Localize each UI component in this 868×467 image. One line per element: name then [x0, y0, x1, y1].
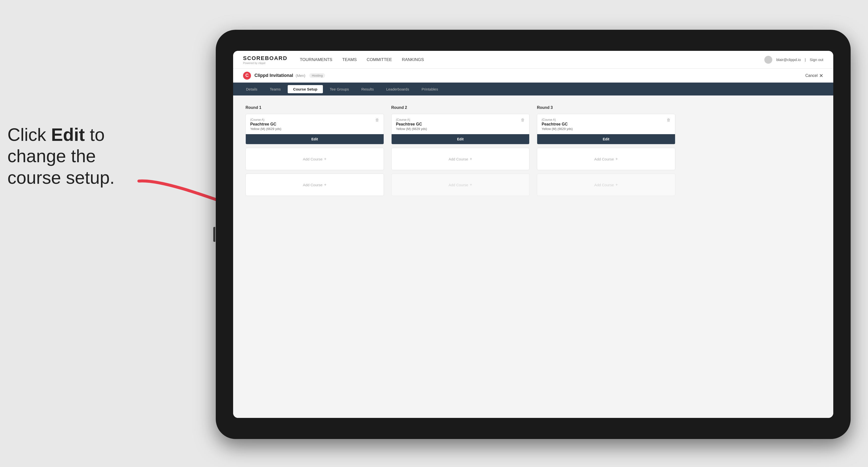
round-1-course-label: (Course A): [250, 118, 379, 122]
tournament-name: Clippd Invitational: [254, 73, 293, 78]
plus-icon-r3-2: +: [615, 182, 618, 187]
plus-icon-r1-2: +: [324, 182, 327, 187]
round-1-course-name: Peachtree GC: [250, 122, 379, 126]
top-nav: SCOREBOARD Powered by clippd TOURNAMENTS…: [233, 51, 833, 69]
round-3-delete-icon[interactable]: 🗑: [665, 117, 672, 123]
round-1-add-course-1[interactable]: Add Course +: [246, 148, 384, 170]
add-course-label-r2-2: Add Course: [448, 183, 468, 187]
round-1-edit-button[interactable]: Edit: [246, 134, 384, 144]
add-course-label-r2-1: Add Course: [448, 157, 468, 161]
plus-icon-r3-1: +: [615, 156, 618, 161]
sign-out-link[interactable]: Sign out: [810, 58, 824, 62]
rounds-container: Round 1 🗑 (Course A) Peachtree GC Yellow…: [246, 105, 821, 199]
tablet-side-button: [213, 227, 215, 242]
round-3-column: Round 3 🗑 (Course A) Peachtree GC Yellow…: [537, 105, 675, 199]
round-3-course-label: (Course A): [541, 118, 671, 122]
logo-title: SCOREBOARD: [243, 55, 287, 62]
round-1-delete-icon[interactable]: 🗑: [374, 117, 380, 123]
nav-teams[interactable]: TEAMS: [342, 56, 357, 63]
round-1-course-details: Yellow (M) (6629 yds): [250, 127, 379, 131]
round-2-course-label: (Course A): [396, 118, 525, 122]
nav-committee[interactable]: COMMITTEE: [367, 56, 392, 63]
tab-details[interactable]: Details: [241, 85, 263, 93]
round-2-course-details: Yellow (M) (6629 yds): [396, 127, 525, 131]
user-avatar: [764, 56, 772, 64]
round-3-add-course-1[interactable]: Add Course +: [537, 148, 675, 170]
nav-separator: |: [805, 58, 806, 62]
round-1-column: Round 1 🗑 (Course A) Peachtree GC Yellow…: [246, 105, 384, 199]
add-course-label-r3-1: Add Course: [594, 157, 614, 161]
tab-tee-groups[interactable]: Tee Groups: [324, 85, 354, 93]
round-1-add-course-2[interactable]: Add Course +: [246, 174, 384, 196]
instruction-prefix: Click: [7, 125, 51, 145]
tournament-logo-letter: C: [246, 73, 249, 78]
round-3-add-course-2: Add Course +: [537, 174, 675, 196]
nav-links: TOURNAMENTS TEAMS COMMITTEE RANKINGS: [300, 56, 765, 63]
round-1-title: Round 1: [246, 105, 384, 110]
tournament-bar: C Clippd Invitational (Men) Hosting Canc…: [233, 69, 833, 83]
round-2-column: Round 2 🗑 (Course A) Peachtree GC Yellow…: [391, 105, 530, 199]
nav-tournaments[interactable]: TOURNAMENTS: [300, 56, 332, 63]
plus-icon-r2-1: +: [470, 156, 472, 161]
round-3-title: Round 3: [537, 105, 675, 110]
round-3-course-name: Peachtree GC: [541, 122, 671, 126]
tab-teams[interactable]: Teams: [265, 85, 286, 93]
round-1-course-card: 🗑 (Course A) Peachtree GC Yellow (M) (66…: [246, 114, 384, 144]
round-2-add-course-2: Add Course +: [391, 174, 530, 196]
nav-user: blair@clippd.io | Sign out: [764, 56, 824, 64]
tab-course-setup[interactable]: Course Setup: [288, 85, 323, 93]
scoreboard-logo: SCOREBOARD Powered by clippd: [243, 55, 287, 64]
tournament-type: (Men): [296, 73, 305, 77]
cancel-button[interactable]: Cancel ✕: [805, 73, 824, 79]
cancel-label: Cancel: [805, 73, 818, 78]
tabs-bar: Details Teams Course Setup Tee Groups Re…: [233, 83, 833, 95]
plus-icon-r2-2: +: [470, 182, 472, 187]
tournament-logo: C: [243, 72, 251, 80]
tab-leaderboards[interactable]: Leaderboards: [381, 85, 415, 93]
instruction-bold: Edit: [51, 125, 85, 145]
plus-icon-r1-1: +: [324, 156, 327, 161]
round-3-course-details: Yellow (M) (6629 yds): [541, 127, 671, 131]
add-course-label-r1-2: Add Course: [303, 183, 322, 187]
round-2-edit-button[interactable]: Edit: [392, 134, 529, 144]
hosting-badge: Hosting: [309, 73, 325, 78]
close-icon: ✕: [819, 73, 824, 79]
round-2-course-card: 🗑 (Course A) Peachtree GC Yellow (M) (66…: [391, 114, 530, 144]
add-course-label-r3-2: Add Course: [594, 183, 614, 187]
round-2-title: Round 2: [391, 105, 530, 110]
round-2-add-course-1[interactable]: Add Course +: [391, 148, 530, 170]
tab-printables[interactable]: Printables: [416, 85, 444, 93]
round-3-edit-button[interactable]: Edit: [537, 134, 675, 144]
nav-rankings[interactable]: RANKINGS: [402, 56, 424, 63]
user-email: blair@clippd.io: [776, 58, 801, 62]
tablet-frame: SCOREBOARD Powered by clippd TOURNAMENTS…: [216, 30, 850, 439]
tab-results[interactable]: Results: [356, 85, 379, 93]
round-2-course-name: Peachtree GC: [396, 122, 525, 126]
logo-subtitle: Powered by clippd: [243, 62, 287, 64]
add-course-label-r1-1: Add Course: [303, 157, 322, 161]
tablet-screen: SCOREBOARD Powered by clippd TOURNAMENTS…: [233, 51, 833, 418]
round-2-delete-icon[interactable]: 🗑: [520, 117, 526, 123]
main-content: Round 1 🗑 (Course A) Peachtree GC Yellow…: [233, 95, 833, 418]
round-3-course-card: 🗑 (Course A) Peachtree GC Yellow (M) (66…: [537, 114, 675, 144]
